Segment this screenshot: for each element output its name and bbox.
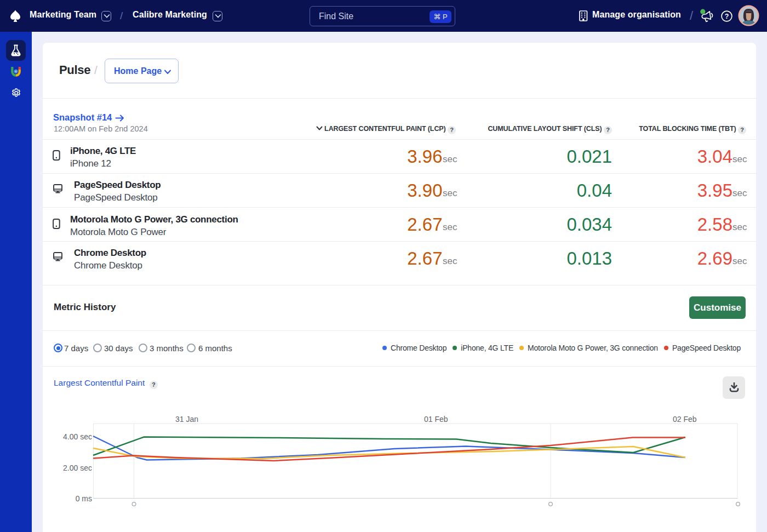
svg-text:?: ? (725, 13, 729, 20)
